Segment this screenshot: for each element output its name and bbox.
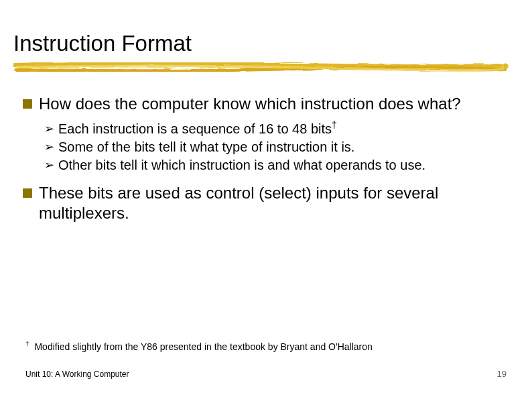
sub-bullet-item: ➢ Some of the bits tell it what type of …: [44, 139, 505, 156]
title-area: Instruction Format: [13, 31, 509, 76]
footnote-mark: †: [25, 340, 29, 347]
title-underline: [13, 59, 509, 76]
bullet-text: How does the computer know which instruc…: [39, 94, 461, 114]
footnote: †Modified slightly from the Y86 presente…: [25, 341, 494, 352]
slide-body: How does the computer know which instruc…: [23, 94, 505, 230]
sub-bullet-text: Some of the bits tell it what type of in…: [58, 139, 354, 156]
footnote-text: Modified slightly from the Y86 presented…: [34, 341, 372, 352]
square-bullet-icon: [23, 188, 32, 198]
sub-bullet-text: Each instruction is a sequence of 16 to …: [58, 121, 337, 137]
arrow-bullet-icon: ➢: [44, 140, 54, 155]
sub-bullet-item: ➢ Other bits tell it which instruction i…: [44, 157, 505, 174]
arrow-bullet-icon: ➢: [44, 122, 54, 137]
square-bullet-icon: [23, 99, 32, 109]
sub-bullet-text: Other bits tell it which instruction is …: [58, 157, 425, 174]
footer-unit: Unit 10: A Working Computer: [25, 369, 129, 379]
bullet-item: These bits are used as control (select) …: [23, 183, 505, 223]
slide: Instruction Format How does the c: [0, 0, 532, 399]
slide-title: Instruction Format: [13, 31, 509, 56]
page-number: 19: [497, 369, 507, 379]
sub-bullet-item: ➢ Each instruction is a sequence of 16 t…: [44, 121, 505, 137]
bullet-text: These bits are used as control (select) …: [39, 183, 505, 223]
bullet-item: How does the computer know which instruc…: [23, 94, 505, 114]
sub-bullet-group: ➢ Each instruction is a sequence of 16 t…: [44, 121, 505, 174]
arrow-bullet-icon: ➢: [44, 158, 54, 173]
